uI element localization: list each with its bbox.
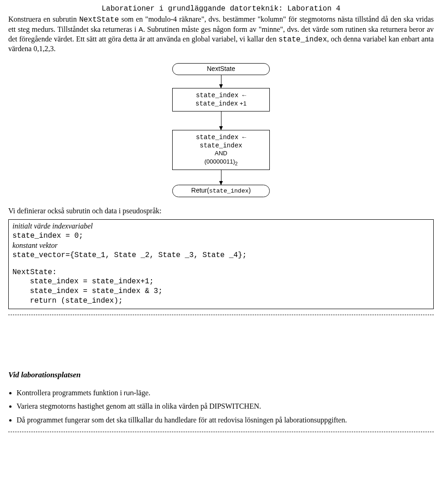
process-text: AND [215, 150, 227, 157]
arrow-down-icon [221, 170, 221, 185]
bullet-text: Då programmet fungerar som det ska tillk… [17, 416, 347, 424]
mode-name: run [124, 389, 134, 397]
code-line: state_index = state_index & 3; [12, 287, 430, 296]
return-var: state_index [209, 188, 249, 194]
arrow-down-icon [221, 75, 221, 88]
dashed-separator [8, 315, 434, 315]
intro-text: Konstruera en subrutin [8, 15, 79, 23]
bullet-text: Variera stegmotorns hastighet genom att … [17, 402, 261, 410]
return-label: ) [249, 187, 251, 194]
section-heading: Vid laborationsplatsen [8, 370, 434, 380]
flowchart-start-label: NextState [207, 65, 235, 72]
flowchart: NextState state_index ← state_index +1 s… [8, 63, 434, 197]
bullet-text: Kontrollera programmets funktion i [17, 389, 124, 397]
process-text: state_index [196, 100, 238, 107]
code-inline: state_index [279, 35, 327, 44]
flowchart-start: NextState [172, 63, 270, 75]
process-text: state_index ← [196, 134, 246, 141]
flowchart-process-1: state_index ← state_index +1 [172, 88, 270, 111]
flowchart-process-2: state_index ← state_index AND (00000011)… [172, 130, 270, 170]
subscript: 2 [235, 161, 238, 166]
code-inline: NextState [79, 16, 119, 24]
code-line: return (state_index); [12, 296, 430, 306]
spacer [12, 260, 430, 268]
code-line: state_index = 0; [12, 231, 430, 241]
code-line: state_index = state_index+1; [12, 277, 430, 287]
intro-paragraph: Konstruera en subrutin NextState som en … [8, 15, 434, 54]
code-line: NextState: [12, 268, 430, 277]
dashed-separator [8, 432, 434, 432]
arrow-down-icon [221, 111, 221, 130]
bullet-text: -läge. [134, 389, 151, 397]
process-text: +1 [238, 100, 246, 107]
list-item: Variera stegmotorns hastighet genom att … [17, 401, 434, 411]
list-item: Kontrollera programmets funktion i run-l… [17, 388, 434, 398]
mid-text: Vi definierar också subrutin och data i … [8, 206, 434, 216]
code-line: state_vector={State_1, State _2, State _… [12, 251, 430, 260]
process-text: state_index ← [196, 92, 246, 99]
process-text: state_index [200, 142, 242, 149]
process-text: (00000011) [204, 158, 235, 165]
return-label: Retur( [191, 187, 209, 194]
register-name: A [139, 25, 143, 33]
code-comment: konstant vektor [12, 241, 430, 251]
flowchart-end: Retur(state_index) [172, 185, 270, 197]
page-header: Laborationer i grundläggande datorteknik… [8, 5, 434, 13]
bullet-list: Kontrollera programmets funktion i run-l… [17, 388, 434, 425]
code-comment: initialt värde indexvariabel [12, 222, 430, 231]
list-item: Då programmet fungerar som det ska tillk… [17, 415, 434, 425]
pseudocode-box: initialt värde indexvariabel state_index… [8, 219, 434, 309]
